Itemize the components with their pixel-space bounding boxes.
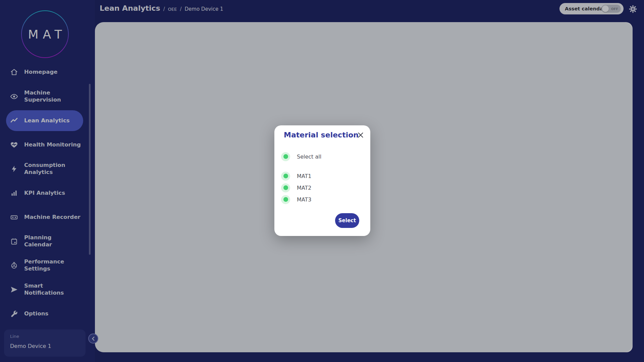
option-mat3[interactable]: MAT3 [281,194,362,204]
close-icon[interactable] [358,132,364,138]
mat2-label: MAT2 [297,185,311,191]
mat3-label: MAT3 [297,196,311,203]
modal-title: Material selection [284,131,359,139]
select-all-label: Select all [297,154,321,160]
radio-selected-icon [281,183,290,192]
material-selection-modal: Material selection Select all MAT1 MAT2 … [274,125,370,236]
radio-selected-icon [281,152,290,161]
mat1-label: MAT1 [297,173,311,179]
radio-selected-icon [281,195,290,204]
option-mat2[interactable]: MAT2 [281,183,362,193]
option-mat1[interactable]: MAT1 [281,171,362,181]
radio-selected-icon [281,172,290,181]
modal-select-button[interactable]: Select [335,213,359,228]
select-all-option[interactable]: Select all [281,152,362,162]
